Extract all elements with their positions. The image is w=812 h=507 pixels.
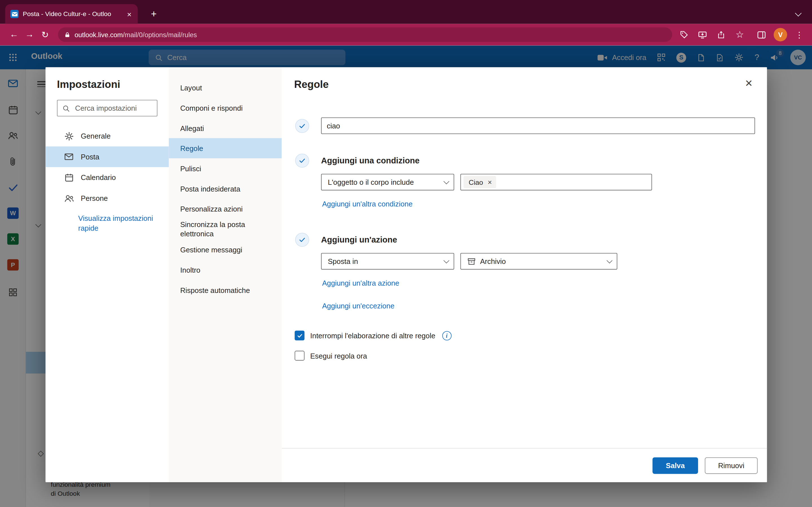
- settings-nav-item[interactable]: Persone: [46, 188, 169, 209]
- tab-list-chevron-icon[interactable]: [795, 10, 802, 16]
- stop-processing-label: Interrompi l'elaborazione di altre regol…: [310, 331, 435, 339]
- mail-nav-item[interactable]: Posta indesiderata: [169, 179, 282, 199]
- chip-label: Ciao: [469, 178, 483, 186]
- settings-modal: Impostazioni Generale: [46, 67, 767, 482]
- browser-tab[interactable]: Posta - Video Cultur-e - Outloo ×: [5, 4, 138, 24]
- tag-icon[interactable]: [677, 28, 690, 41]
- settings-search-input[interactable]: [74, 103, 152, 113]
- toolbar-actions: ☆ V ⋮: [677, 28, 806, 41]
- outlook-app: Outlook Cerca Accedi ora S ? 8 VC: [0, 46, 812, 507]
- mail-nav-item-label: Regole: [180, 144, 203, 153]
- screen: Posta - Video Cultur-e - Outloo × + ← → …: [0, 0, 812, 507]
- browser-tab-bar: Posta - Video Cultur-e - Outloo × +: [0, 0, 812, 24]
- mail-nav-item[interactable]: Inoltro: [169, 260, 282, 280]
- save-button[interactable]: Salva: [652, 457, 698, 474]
- mail-nav-item-label: Allegati: [180, 123, 204, 133]
- address-bar[interactable]: outlook.live.com/mail/0/options/mail/rul…: [58, 27, 672, 42]
- sidebar-icon[interactable]: [755, 28, 768, 41]
- mail-nav-item-label: Risposte automatiche: [180, 285, 250, 295]
- action-select[interactable]: Sposta in: [321, 253, 454, 270]
- condition-section-heading: Aggiungi una condizione: [321, 156, 419, 165]
- install-icon[interactable]: [696, 28, 709, 41]
- mail-nav-item-label: Pulisci: [180, 164, 201, 173]
- bookmark-star-icon[interactable]: ☆: [733, 28, 746, 41]
- new-tab-button[interactable]: +: [147, 7, 161, 21]
- tab-close-icon[interactable]: ×: [126, 10, 133, 18]
- remove-button[interactable]: Rimuovi: [705, 457, 758, 474]
- chevron-down-icon: [444, 179, 449, 184]
- settings-sidebar: Impostazioni Generale: [46, 67, 169, 482]
- quick-settings-link[interactable]: Visualizza impostazioni rapide: [78, 214, 156, 233]
- back-icon[interactable]: ←: [6, 27, 22, 43]
- calendar-icon: [64, 172, 74, 183]
- refresh-icon[interactable]: ↻: [37, 27, 53, 43]
- settings-search-box[interactable]: [57, 100, 157, 116]
- settings-nav-item[interactable]: Calendario: [46, 167, 169, 187]
- mail-icon: [64, 152, 74, 162]
- run-now-checkbox[interactable]: [295, 351, 305, 360]
- condition-select[interactable]: L'oggetto o il corpo include: [321, 174, 454, 190]
- url-path: /mail/0/options/mail/rules: [123, 31, 197, 39]
- modal-footer: Salva Rimuovi: [282, 448, 767, 482]
- settings-nav-item-label: Generale: [81, 132, 111, 140]
- gear-icon: [64, 131, 74, 142]
- chip-remove-icon[interactable]: ×: [488, 179, 492, 186]
- mail-nav-item[interactable]: Allegati: [169, 118, 282, 138]
- settings-nav: Generale Posta Calendario: [46, 126, 169, 209]
- mail-nav-item-label: Layout: [180, 83, 202, 93]
- valid-check-icon: [295, 119, 309, 133]
- mail-nav-item[interactable]: Regole: [169, 138, 282, 158]
- search-icon: [62, 104, 70, 112]
- mail-nav-item[interactable]: Gestione messaggi: [169, 239, 282, 260]
- settings-nav-item[interactable]: Generale: [46, 126, 169, 146]
- action-section-heading: Aggiungi un'azione: [321, 235, 397, 244]
- browser-toolbar: ← → ↻ outlook.live.com/mail/0/options/ma…: [0, 24, 812, 45]
- settings-nav-item-label: Calendario: [81, 173, 116, 181]
- info-icon[interactable]: i: [442, 331, 451, 340]
- mail-nav-item-label: Componi e rispondi: [180, 103, 243, 112]
- mail-nav-item-label: Inoltro: [180, 265, 200, 274]
- condition-value-chip: Ciao ×: [463, 176, 496, 188]
- outlook-favicon: [10, 10, 18, 18]
- mail-nav-item[interactable]: Personalizza azioni: [169, 199, 282, 219]
- mail-nav-item-label: Sincronizza la posta elettronica: [180, 220, 272, 238]
- people-icon: [64, 193, 74, 203]
- folder-select-value: Archivio: [480, 257, 603, 265]
- mail-nav-item[interactable]: Layout: [169, 78, 282, 98]
- mail-nav-item-label: Gestione messaggi: [180, 245, 242, 255]
- mail-nav-item[interactable]: Pulisci: [169, 158, 282, 179]
- mail-nav-item-label: Posta indesiderata: [180, 184, 240, 193]
- run-now-label: Esegui regola ora: [310, 351, 367, 360]
- mail-settings-nav: Layout Componi e rispondi Allegati Regol…: [169, 67, 282, 482]
- mail-nav-item[interactable]: Sincronizza la posta elettronica: [169, 219, 282, 239]
- mail-nav-item[interactable]: Risposte automatiche: [169, 280, 282, 300]
- kebab-menu-icon[interactable]: ⋮: [793, 28, 806, 41]
- browser-profile-avatar[interactable]: V: [774, 28, 787, 41]
- settings-nav-item[interactable]: Posta: [46, 147, 169, 167]
- share-icon[interactable]: [715, 28, 728, 41]
- chevron-down-icon: [444, 258, 449, 264]
- close-icon[interactable]: ×: [741, 75, 756, 91]
- condition-value-field[interactable]: Ciao ×: [460, 174, 652, 190]
- condition-check-icon: [295, 154, 309, 168]
- add-action-link[interactable]: Aggiungi un'altra azione: [322, 279, 399, 287]
- add-exception-link[interactable]: Aggiungi un'eccezione: [322, 302, 395, 310]
- add-condition-link[interactable]: Aggiungi un'altra condizione: [322, 200, 412, 208]
- condition-select-value: L'oggetto o il corpo include: [328, 178, 441, 186]
- forward-icon[interactable]: →: [22, 27, 37, 43]
- rule-editor: Regole × Aggiungi una condizione: [282, 67, 767, 482]
- url-domain: outlook.live.com: [74, 31, 123, 39]
- archive-icon: [467, 257, 476, 266]
- rule-name-input[interactable]: [321, 117, 755, 134]
- folder-select[interactable]: Archivio: [460, 253, 617, 270]
- chevron-down-icon: [606, 258, 612, 264]
- tab-title: Posta - Video Cultur-e - Outloo: [23, 10, 122, 18]
- settings-title: Impostazioni: [57, 78, 157, 91]
- settings-nav-item-label: Persone: [81, 194, 108, 202]
- stop-processing-checkbox[interactable]: [295, 331, 305, 341]
- mail-nav-item-label: Personalizza azioni: [180, 204, 243, 214]
- url-text: outlook.live.com/mail/0/options/mail/rul…: [74, 31, 197, 39]
- settings-nav-item-label: Posta: [81, 153, 100, 161]
- mail-nav-item[interactable]: Componi e rispondi: [169, 98, 282, 118]
- action-select-value: Sposta in: [328, 257, 441, 265]
